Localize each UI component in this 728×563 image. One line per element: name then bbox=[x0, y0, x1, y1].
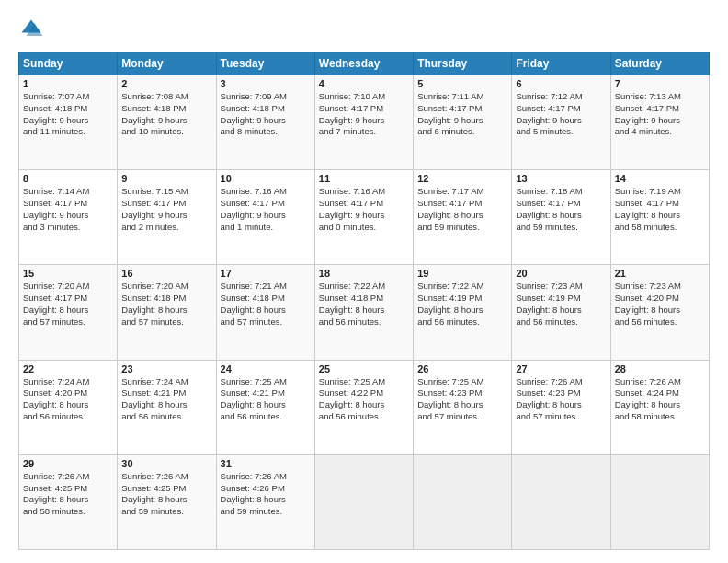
calendar-cell: 1Sunrise: 7:07 AMSunset: 4:18 PMDaylight… bbox=[19, 75, 118, 170]
day-info-line: Daylight: 9 hours bbox=[615, 115, 705, 127]
day-number: 9 bbox=[121, 173, 211, 184]
day-number: 23 bbox=[121, 363, 211, 374]
day-info-line: and 0 minutes. bbox=[319, 222, 409, 234]
day-info-line: Sunset: 4:23 PM bbox=[516, 387, 606, 399]
day-info-line: Sunrise: 7:17 AM bbox=[417, 186, 507, 198]
day-info-line: Daylight: 8 hours bbox=[121, 399, 211, 411]
calendar-cell: 6Sunrise: 7:12 AMSunset: 4:17 PMDaylight… bbox=[512, 75, 610, 170]
day-info-line: Sunset: 4:17 PM bbox=[516, 198, 606, 210]
day-info-line: Sunrise: 7:26 AM bbox=[23, 471, 113, 483]
day-info-line: Sunrise: 7:15 AM bbox=[121, 186, 211, 198]
page: SundayMondayTuesdayWednesdayThursdayFrid… bbox=[0, 0, 728, 563]
day-info-line: Sunrise: 7:23 AM bbox=[615, 281, 705, 293]
day-info-line: and 59 minutes. bbox=[516, 222, 606, 234]
calendar-cell: 18Sunrise: 7:22 AMSunset: 4:18 PMDayligh… bbox=[314, 265, 413, 360]
day-info-line: Sunrise: 7:26 AM bbox=[516, 376, 606, 388]
calendar-cell: 12Sunrise: 7:17 AMSunset: 4:17 PMDayligh… bbox=[414, 170, 512, 265]
calendar-cell: 24Sunrise: 7:25 AMSunset: 4:21 PMDayligh… bbox=[216, 360, 314, 454]
day-info-line: and 10 minutes. bbox=[121, 126, 211, 138]
day-info-line: and 58 minutes. bbox=[615, 222, 705, 234]
day-info-line: Sunrise: 7:12 AM bbox=[516, 91, 606, 103]
calendar-cell: 31Sunrise: 7:26 AMSunset: 4:26 PMDayligh… bbox=[216, 454, 314, 549]
day-info-line: Sunrise: 7:20 AM bbox=[23, 281, 113, 293]
day-info-line: Sunrise: 7:21 AM bbox=[221, 281, 311, 293]
day-header-monday: Monday bbox=[118, 52, 216, 75]
day-info-line: and 56 minutes. bbox=[417, 316, 507, 328]
day-number: 25 bbox=[319, 363, 409, 374]
day-info-line: and 58 minutes. bbox=[615, 411, 705, 423]
day-info-line: and 4 minutes. bbox=[615, 126, 705, 138]
day-info-line: Sunset: 4:17 PM bbox=[516, 103, 606, 115]
day-info-line: and 11 minutes. bbox=[23, 126, 113, 138]
day-number: 26 bbox=[417, 363, 507, 374]
day-info-line: Sunset: 4:18 PM bbox=[121, 103, 211, 115]
day-info-line: Daylight: 8 hours bbox=[417, 304, 507, 316]
calendar-cell: 9Sunrise: 7:15 AMSunset: 4:17 PMDaylight… bbox=[118, 170, 216, 265]
day-info-line: Sunset: 4:17 PM bbox=[615, 198, 705, 210]
day-number: 8 bbox=[23, 173, 113, 184]
day-info-line: Daylight: 8 hours bbox=[417, 399, 507, 411]
day-number: 13 bbox=[516, 173, 606, 184]
day-number: 22 bbox=[23, 363, 113, 374]
calendar-cell: 14Sunrise: 7:19 AMSunset: 4:17 PMDayligh… bbox=[610, 170, 709, 265]
calendar-cell: 4Sunrise: 7:10 AMSunset: 4:17 PMDaylight… bbox=[314, 75, 413, 170]
calendar-cell: 28Sunrise: 7:26 AMSunset: 4:24 PMDayligh… bbox=[610, 360, 709, 454]
day-info-line: Sunrise: 7:24 AM bbox=[23, 376, 113, 388]
calendar-week-1: 1Sunrise: 7:07 AMSunset: 4:18 PMDaylight… bbox=[19, 75, 710, 170]
day-info-line: Sunset: 4:18 PM bbox=[319, 293, 409, 304]
day-info-line: Sunset: 4:20 PM bbox=[615, 293, 705, 304]
day-info-line: Sunset: 4:20 PM bbox=[23, 387, 113, 399]
day-number: 4 bbox=[319, 78, 409, 89]
calendar-cell: 15Sunrise: 7:20 AMSunset: 4:17 PMDayligh… bbox=[19, 265, 118, 360]
calendar-body: 1Sunrise: 7:07 AMSunset: 4:18 PMDaylight… bbox=[19, 75, 710, 550]
day-info-line: Sunset: 4:18 PM bbox=[221, 103, 311, 115]
calendar-cell: 25Sunrise: 7:25 AMSunset: 4:22 PMDayligh… bbox=[314, 360, 413, 454]
day-header-thursday: Thursday bbox=[414, 52, 512, 75]
calendar-cell: 30Sunrise: 7:26 AMSunset: 4:25 PMDayligh… bbox=[118, 454, 216, 549]
calendar-week-3: 15Sunrise: 7:20 AMSunset: 4:17 PMDayligh… bbox=[19, 265, 710, 360]
day-info-line: and 57 minutes. bbox=[221, 316, 311, 328]
day-info-line: Sunset: 4:17 PM bbox=[319, 198, 409, 210]
day-info-line: Daylight: 9 hours bbox=[516, 115, 606, 127]
day-info-line: and 7 minutes. bbox=[319, 126, 409, 138]
day-info-line: and 57 minutes. bbox=[23, 316, 113, 328]
day-info-line: Daylight: 8 hours bbox=[221, 399, 311, 411]
day-info-line: and 5 minutes. bbox=[516, 126, 606, 138]
day-header-saturday: Saturday bbox=[610, 52, 709, 75]
day-info-line: Daylight: 9 hours bbox=[417, 115, 507, 127]
day-info-line: and 58 minutes. bbox=[23, 506, 113, 518]
day-info-line: Sunset: 4:22 PM bbox=[319, 387, 409, 399]
calendar-cell bbox=[610, 454, 709, 549]
calendar-cell: 13Sunrise: 7:18 AMSunset: 4:17 PMDayligh… bbox=[512, 170, 610, 265]
calendar-cell: 3Sunrise: 7:09 AMSunset: 4:18 PMDaylight… bbox=[216, 75, 314, 170]
calendar-cell: 20Sunrise: 7:23 AMSunset: 4:19 PMDayligh… bbox=[512, 265, 610, 360]
day-info-line: and 57 minutes. bbox=[516, 411, 606, 423]
day-info-line: Sunset: 4:21 PM bbox=[221, 387, 311, 399]
day-number: 30 bbox=[121, 458, 211, 469]
calendar-header: SundayMondayTuesdayWednesdayThursdayFrid… bbox=[19, 52, 710, 75]
calendar-cell: 27Sunrise: 7:26 AMSunset: 4:23 PMDayligh… bbox=[512, 360, 610, 454]
day-info-line: Sunrise: 7:16 AM bbox=[319, 186, 409, 198]
calendar-cell: 29Sunrise: 7:26 AMSunset: 4:25 PMDayligh… bbox=[19, 454, 118, 549]
calendar-cell bbox=[414, 454, 512, 549]
day-info-line: Sunrise: 7:07 AM bbox=[23, 91, 113, 103]
day-info-line: Daylight: 8 hours bbox=[319, 304, 409, 316]
calendar-table: SundayMondayTuesdayWednesdayThursdayFrid… bbox=[18, 52, 710, 550]
day-number: 7 bbox=[615, 78, 705, 89]
day-info-line: and 2 minutes. bbox=[121, 222, 211, 234]
calendar-week-2: 8Sunrise: 7:14 AMSunset: 4:17 PMDaylight… bbox=[19, 170, 710, 265]
day-info-line: Daylight: 8 hours bbox=[516, 304, 606, 316]
day-info-line: and 6 minutes. bbox=[417, 126, 507, 138]
day-number: 6 bbox=[516, 78, 606, 89]
day-info-line: and 59 minutes. bbox=[121, 506, 211, 518]
day-number: 2 bbox=[121, 78, 211, 89]
day-info-line: and 56 minutes. bbox=[221, 411, 311, 423]
day-info-line: Daylight: 9 hours bbox=[319, 115, 409, 127]
day-number: 3 bbox=[221, 78, 311, 89]
day-number: 1 bbox=[23, 78, 113, 89]
day-info-line: Sunset: 4:19 PM bbox=[417, 293, 507, 304]
day-info-line: Sunrise: 7:23 AM bbox=[516, 281, 606, 293]
day-info-line: Daylight: 8 hours bbox=[516, 210, 606, 222]
day-info-line: Daylight: 9 hours bbox=[319, 210, 409, 222]
day-info-line: Sunrise: 7:14 AM bbox=[23, 186, 113, 198]
